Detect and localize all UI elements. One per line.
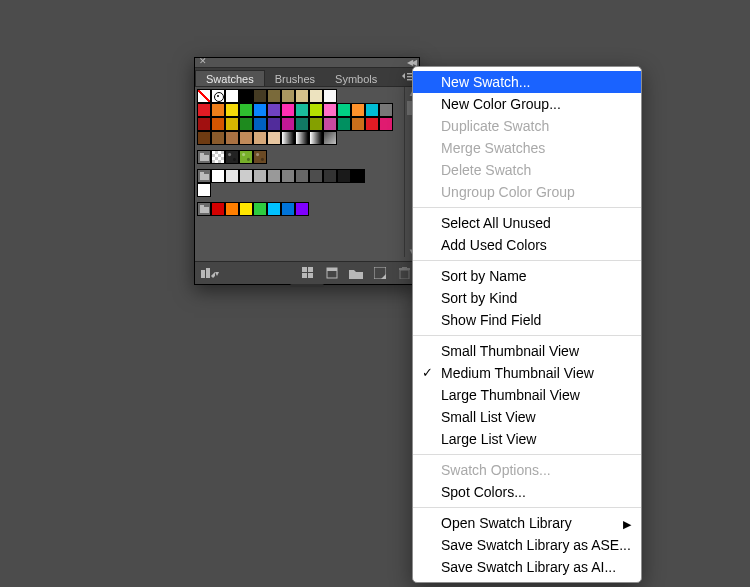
swatch[interactable] — [239, 117, 253, 131]
swatch[interactable] — [281, 202, 295, 216]
menu-item[interactable]: Show Find Field — [413, 309, 641, 331]
color-group-folder[interactable] — [197, 169, 211, 183]
new-swatch-icon[interactable] — [373, 266, 387, 280]
menu-item[interactable]: Small Thumbnail View — [413, 340, 641, 362]
swatch[interactable] — [267, 89, 281, 103]
swatch[interactable] — [225, 150, 239, 164]
swatch[interactable] — [351, 169, 365, 183]
swatch-libraries-menu-icon[interactable] — [201, 266, 215, 280]
show-swatch-kinds-icon[interactable] — [301, 266, 315, 280]
swatch[interactable] — [337, 117, 351, 131]
swatch[interactable] — [253, 131, 267, 145]
swatch[interactable] — [323, 117, 337, 131]
swatch[interactable] — [379, 117, 393, 131]
swatch[interactable] — [253, 117, 267, 131]
swatch[interactable] — [281, 169, 295, 183]
swatch[interactable] — [225, 169, 239, 183]
menu-item[interactable]: Add Used Colors — [413, 234, 641, 256]
menu-item[interactable]: ✓Medium Thumbnail View — [413, 362, 641, 384]
swatch[interactable] — [309, 103, 323, 117]
menu-item[interactable]: Select All Unused — [413, 212, 641, 234]
menu-item[interactable]: Large List View — [413, 428, 641, 450]
swatch[interactable] — [253, 202, 267, 216]
swatch[interactable] — [281, 103, 295, 117]
swatch[interactable] — [365, 117, 379, 131]
menu-item[interactable]: Open Swatch Library▶ — [413, 512, 641, 534]
swatch[interactable] — [239, 103, 253, 117]
tab-brushes[interactable]: Brushes — [265, 71, 325, 87]
resize-grip[interactable] — [290, 284, 324, 287]
menu-item[interactable]: Save Swatch Library as ASE... — [413, 534, 641, 556]
swatch[interactable] — [337, 169, 351, 183]
swatch[interactable] — [225, 89, 239, 103]
swatch[interactable] — [295, 117, 309, 131]
tab-symbols[interactable]: Symbols — [325, 71, 387, 87]
swatch[interactable] — [225, 131, 239, 145]
swatch[interactable] — [295, 169, 309, 183]
swatch[interactable] — [211, 131, 225, 145]
swatch[interactable] — [351, 103, 365, 117]
swatch[interactable] — [239, 150, 253, 164]
swatch[interactable] — [309, 89, 323, 103]
swatch-none[interactable] — [197, 89, 211, 103]
delete-swatch-icon[interactable] — [397, 266, 411, 280]
swatch-grid[interactable] — [197, 89, 405, 257]
swatch-registration[interactable] — [211, 89, 225, 103]
swatch[interactable] — [239, 89, 253, 103]
swatch[interactable] — [323, 89, 337, 103]
menu-item[interactable]: New Swatch... — [413, 71, 641, 93]
swatch-gradient[interactable] — [309, 131, 323, 145]
swatch[interactable] — [211, 202, 225, 216]
menu-item[interactable]: New Color Group... — [413, 93, 641, 115]
new-color-group-icon[interactable] — [349, 266, 363, 280]
swatch[interactable] — [211, 169, 225, 183]
menu-item[interactable]: Sort by Name — [413, 265, 641, 287]
swatch[interactable] — [225, 202, 239, 216]
menu-item[interactable]: Sort by Kind — [413, 287, 641, 309]
swatch[interactable] — [253, 103, 267, 117]
swatch[interactable] — [267, 103, 281, 117]
swatch[interactable] — [309, 169, 323, 183]
swatch[interactable] — [323, 169, 337, 183]
swatch[interactable] — [239, 169, 253, 183]
swatch[interactable] — [253, 169, 267, 183]
tab-swatches[interactable]: Swatches — [195, 70, 265, 87]
swatch[interactable] — [323, 103, 337, 117]
swatch[interactable] — [337, 103, 351, 117]
menu-item[interactable]: Save Swatch Library as AI... — [413, 556, 641, 578]
swatch[interactable] — [211, 103, 225, 117]
swatch-options-icon[interactable] — [325, 266, 339, 280]
menu-item[interactable]: Large Thumbnail View — [413, 384, 641, 406]
swatch[interactable] — [253, 89, 267, 103]
swatch[interactable] — [295, 103, 309, 117]
swatch[interactable] — [253, 150, 267, 164]
swatch[interactable] — [295, 202, 309, 216]
menu-item[interactable]: Spot Colors... — [413, 481, 641, 503]
swatch[interactable] — [225, 117, 239, 131]
swatch[interactable] — [267, 117, 281, 131]
swatch[interactable] — [211, 117, 225, 131]
color-group-folder[interactable] — [197, 150, 211, 164]
swatch[interactable] — [197, 183, 211, 197]
menu-item[interactable]: Small List View — [413, 406, 641, 428]
swatch-gradient[interactable] — [295, 131, 309, 145]
color-group-folder[interactable] — [197, 202, 211, 216]
swatch[interactable] — [267, 169, 281, 183]
swatch[interactable] — [197, 131, 211, 145]
close-icon[interactable]: ✕ — [199, 57, 207, 66]
swatch[interactable] — [295, 89, 309, 103]
swatch[interactable] — [309, 117, 323, 131]
swatch[interactable] — [197, 117, 211, 131]
swatch[interactable] — [225, 103, 239, 117]
swatch[interactable] — [267, 131, 281, 145]
swatch[interactable] — [323, 131, 337, 145]
swatch[interactable] — [351, 117, 365, 131]
swatch[interactable] — [281, 117, 295, 131]
swatch[interactable] — [365, 103, 379, 117]
swatch[interactable] — [197, 103, 211, 117]
swatch[interactable] — [379, 103, 393, 117]
swatch[interactable] — [267, 202, 281, 216]
swatch[interactable] — [239, 202, 253, 216]
swatch[interactable] — [239, 131, 253, 145]
swatch[interactable] — [281, 89, 295, 103]
